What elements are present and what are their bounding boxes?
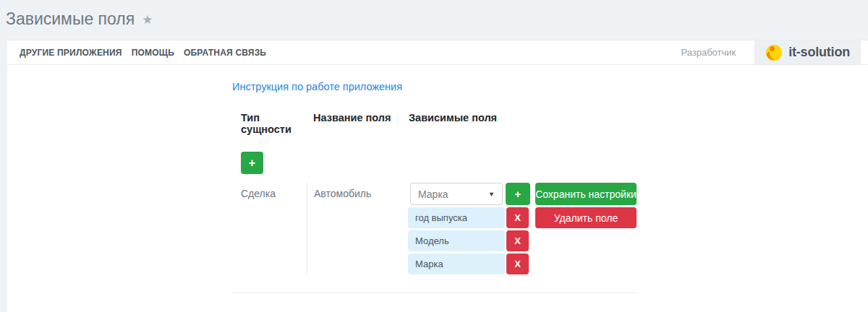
delete-field-button[interactable]: Удалить поле xyxy=(535,207,637,228)
table-row: Сделка Автомобиль Марка ▼ + Сохранить на… xyxy=(232,183,637,274)
content-divider xyxy=(232,292,637,293)
dependent-field-item: Модель X xyxy=(408,230,637,251)
dependent-field-item: Марка X xyxy=(408,254,637,274)
remove-dependent-field-button[interactable]: X xyxy=(506,230,529,251)
table-header-row: Тип сущности Название поля Зависимые пол… xyxy=(232,112,637,135)
app-navbar: ДРУГИЕ ПРИЛОЖЕНИЯ ПОМОЩЬ ОБРАТНАЯ СВЯЗЬ … xyxy=(7,40,868,65)
header-dependent-fields: Зависимые поля xyxy=(403,112,497,135)
it-solution-logo-icon xyxy=(765,44,783,61)
caret-down-icon: ▼ xyxy=(488,191,495,198)
dependent-fields-cell: Марка ▼ + Сохранить настройки год выпуск… xyxy=(403,183,637,274)
save-settings-button[interactable]: Сохранить настройки xyxy=(535,183,637,205)
add-row-button[interactable]: + xyxy=(241,152,263,174)
page-title: Зависимые поля xyxy=(6,9,135,29)
dependent-field-label: Модель xyxy=(408,230,505,251)
brand-block[interactable]: it-solution xyxy=(754,40,861,64)
add-dependent-field-button[interactable]: + xyxy=(506,183,530,205)
header-field-name: Название поля xyxy=(307,112,403,135)
favorite-star-icon[interactable]: ★ xyxy=(142,12,153,27)
brand-name: it-solution xyxy=(788,45,850,60)
instruction-link[interactable]: Инструкция по работе приложения xyxy=(232,81,402,92)
developer-link[interactable]: Разработчик xyxy=(681,40,736,64)
remove-dependent-field-button[interactable]: X xyxy=(506,254,529,274)
app-content: Инструкция по работе приложения Тип сущн… xyxy=(232,65,637,293)
dependent-field-controls: Марка ▼ + Сохранить настройки xyxy=(408,183,637,205)
navbar-right-section: Разработчик it-solution xyxy=(681,40,868,64)
nav-item-help[interactable]: ПОМОЩЬ xyxy=(132,40,174,64)
remove-dependent-field-button[interactable]: X xyxy=(506,207,529,228)
dependent-field-label: год выпуска xyxy=(408,207,505,228)
dependent-field-select[interactable]: Марка ▼ xyxy=(410,183,503,205)
dependent-field-item: год выпуска X Удалить поле xyxy=(408,207,637,228)
select-value: Марка xyxy=(418,188,448,200)
nav-item-other-apps[interactable]: ДРУГИЕ ПРИЛОЖЕНИЯ xyxy=(20,40,122,64)
header-entity-type: Тип сущности xyxy=(232,112,307,135)
nav-item-feedback[interactable]: ОБРАТНАЯ СВЯЗЬ xyxy=(184,40,266,64)
app-panel: ДРУГИЕ ПРИЛОЖЕНИЯ ПОМОЩЬ ОБРАТНАЯ СВЯЗЬ … xyxy=(7,40,868,312)
entity-type-cell: Сделка xyxy=(232,183,307,274)
page-title-bar: Зависимые поля ★ xyxy=(0,0,868,40)
field-name-cell: Автомобиль xyxy=(307,183,403,274)
dependent-field-label: Марка xyxy=(408,254,505,274)
